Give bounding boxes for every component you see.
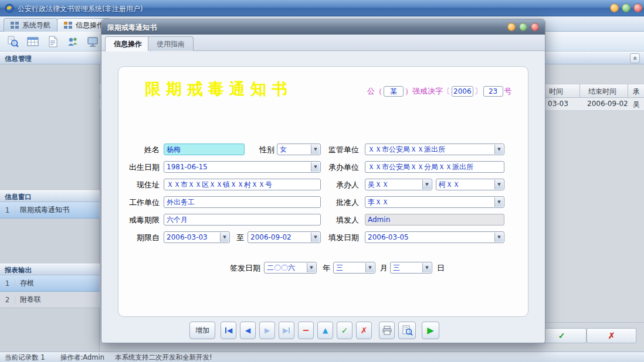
print-button[interactable] [379, 322, 395, 339]
chevron-down-icon[interactable]: ▼ [494, 197, 503, 207]
unit-code-field[interactable]: 某 [384, 86, 404, 97]
document-button[interactable] [45, 33, 61, 50]
chevron-down-icon[interactable]: ▼ [494, 145, 503, 154]
record-count: 当前记录数 1 [5, 353, 45, 362]
work-unit-label: 工作单位 [121, 197, 160, 208]
chevron-down-icon[interactable]: ▼ [311, 145, 320, 154]
sign-month-value: 三 [336, 264, 343, 272]
sidebar-item-stub[interactable]: 1 存根 [0, 275, 100, 292]
sidebar-item-attached-copy[interactable]: 2 附卷联 [0, 292, 100, 308]
work-unit-input[interactable] [164, 196, 321, 208]
previous-record-button[interactable]: ◀ [240, 322, 256, 339]
maximize-button[interactable] [622, 4, 631, 12]
column-header[interactable]: 承 [633, 87, 640, 97]
edit-record-button[interactable]: ▲ [317, 322, 333, 339]
dialog-close-button[interactable] [531, 23, 539, 31]
notice-dialog: 限期戒毒通知书 信息操作 使用指南 限期戒毒通知书 公（ 某 ）强戒决字〔 20… [101, 19, 545, 343]
next-record-button[interactable]: ▶ [259, 322, 275, 339]
collapse-panel-button[interactable]: « [630, 53, 640, 63]
number-segment: 公（ [367, 86, 382, 97]
minimize-button[interactable] [610, 4, 619, 12]
info-window-header: 信息窗口 [0, 190, 100, 202]
name-input[interactable] [164, 144, 245, 155]
supervise-unit-select[interactable]: ＸＸ市公安局ＸＸ派出所 ▼ [365, 144, 504, 155]
chevron-down-icon[interactable]: ▼ [365, 263, 374, 272]
dialog-minimize-button[interactable] [507, 23, 516, 31]
birth-date-select[interactable]: 1981-06-15 ▼ [164, 161, 321, 173]
chevron-down-icon[interactable]: ▼ [311, 233, 320, 242]
left-arrow-icon: ◀ [245, 326, 250, 334]
users-button[interactable] [65, 33, 81, 50]
delete-record-button[interactable]: − [298, 322, 314, 339]
section-title: 信息管理 [5, 54, 32, 63]
chevron-down-icon[interactable]: ▼ [422, 263, 431, 272]
handler1-select[interactable]: 吴ＸＸ ▼ [365, 179, 432, 190]
chevron-down-icon[interactable]: ▼ [220, 233, 229, 242]
sign-day-select[interactable]: 三 ▼ [390, 262, 432, 274]
chevron-down-icon[interactable]: ▼ [494, 180, 503, 189]
chevron-down-icon[interactable]: ▼ [422, 180, 431, 189]
search-button[interactable] [5, 33, 21, 50]
dialog-tab-info-operation[interactable]: 信息操作 [105, 36, 151, 52]
sign-year-value: 二〇〇六 [267, 264, 295, 272]
year-suffix: 年 [323, 263, 330, 274]
tab-system-navigation[interactable]: 系统导航 [4, 18, 57, 32]
handler1-value: 吴ＸＸ [368, 180, 389, 189]
sign-day-value: 三 [393, 264, 400, 272]
monitor-button[interactable] [84, 33, 101, 50]
app-window: 公安行政法律文书管理系统(非注册用户) 系统导航 信息操作 [0, 0, 644, 362]
report-output-header: 报表输出 [0, 264, 100, 275]
table-button[interactable] [25, 33, 41, 50]
fill-date-value: 2006-03-05 [368, 233, 409, 241]
cancel-record-button[interactable]: ✗ [356, 322, 372, 339]
address-label: 现住址 [121, 180, 160, 190]
chevron-down-icon[interactable]: ▼ [307, 263, 316, 272]
year-field[interactable]: 2006 [452, 86, 473, 97]
term-to-select[interactable]: 2006-09-02 ▼ [248, 231, 321, 243]
close-button[interactable] [633, 4, 642, 12]
supervise-unit-label: 监管单位 [321, 145, 359, 155]
chevron-down-icon[interactable]: ▼ [311, 162, 320, 172]
first-record-button[interactable]: ◀ [221, 322, 236, 339]
item-index: 2 [0, 296, 15, 304]
print-preview-button[interactable] [398, 322, 416, 339]
column-divider[interactable] [579, 84, 580, 98]
cancel-button[interactable]: ✗ [587, 328, 636, 343]
play-icon: ▶ [427, 325, 434, 336]
post-record-button[interactable]: ✓ [337, 322, 352, 339]
term-from-select[interactable]: 2006-03-03 ▼ [164, 231, 230, 243]
address-input[interactable] [164, 179, 321, 190]
gender-label: 性别 [259, 145, 274, 155]
add-button[interactable]: 增加 [189, 322, 215, 339]
dialog-maximize-button[interactable] [519, 23, 527, 31]
column-divider[interactable] [628, 84, 628, 98]
handler2-select[interactable]: 柯ＸＸ ▼ [436, 179, 504, 190]
handle-unit-input[interactable] [365, 161, 504, 173]
approver-label: 批准人 [321, 197, 359, 208]
fill-date-label: 填发日期 [321, 233, 359, 243]
sign-month-select[interactable]: 三 ▼ [333, 262, 375, 274]
sidebar-item-notice[interactable]: 1 限期戒毒通知书 [0, 202, 100, 218]
dialog-titlebar: 限期戒毒通知书 [101, 19, 545, 35]
term-input[interactable] [164, 214, 321, 226]
section-title: 报表输出 [5, 266, 32, 275]
fill-date-select[interactable]: 2006-03-05 ▼ [365, 231, 504, 243]
tab-label: 系统导航 [22, 21, 50, 30]
run-report-button[interactable]: ▶ [422, 322, 439, 339]
approver-value: 李ＸＸ [368, 198, 389, 206]
bar-icon [225, 327, 226, 333]
column-header[interactable]: 结束时间 [588, 87, 616, 97]
last-record-button[interactable]: ▶ [279, 322, 294, 339]
preview-icon [401, 325, 413, 336]
gender-select[interactable]: 女 ▼ [277, 144, 321, 155]
bar-icon [289, 327, 290, 333]
dialog-tab-user-guide[interactable]: 使用指南 [148, 36, 194, 51]
serial-number-field[interactable]: 23 [483, 86, 503, 97]
chevron-down-icon[interactable]: ▼ [494, 233, 503, 242]
supervise-unit-value: ＸＸ市公安局ＸＸ派出所 [368, 145, 445, 153]
search-icon [6, 35, 19, 48]
sign-year-select[interactable]: 二〇〇六 ▼ [264, 262, 317, 274]
printer-icon [382, 326, 392, 335]
column-header[interactable]: 时间 [549, 87, 563, 97]
approver-select[interactable]: 李ＸＸ ▼ [365, 196, 504, 208]
